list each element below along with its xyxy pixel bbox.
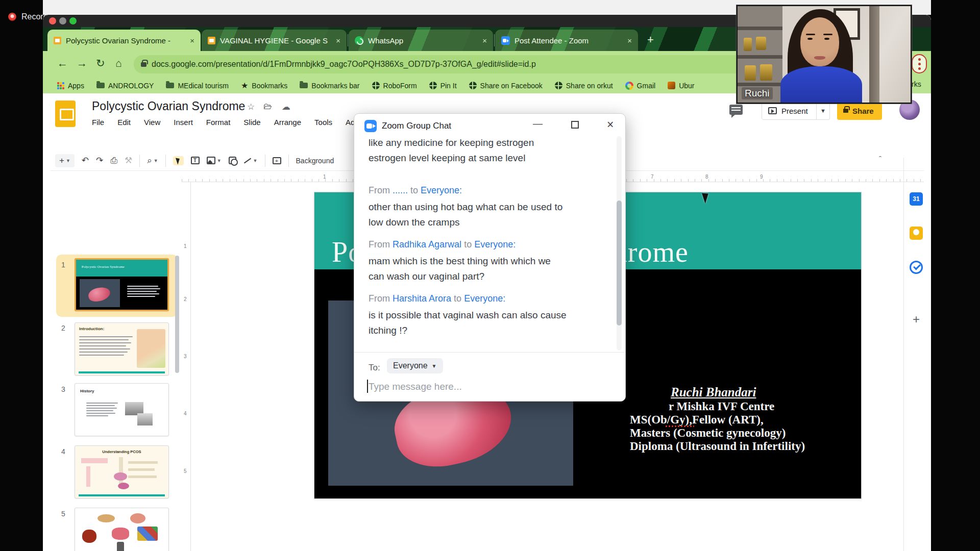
bookmark-roboform[interactable]: RoboForm: [372, 82, 417, 90]
redo-button[interactable]: ↷: [96, 155, 103, 166]
bookmark-bookmarks-bar[interactable]: Bookmarks bar: [300, 82, 359, 90]
tab-zoom[interactable]: Post Attendee - Zoom ×: [495, 30, 638, 51]
chat-minimize-button[interactable]: —: [533, 118, 543, 129]
new-slide-button[interactable]: + ▼: [55, 154, 75, 167]
bookmark-ubur[interactable]: Ubur: [668, 82, 694, 90]
toolbar-divider: [288, 155, 289, 167]
bookmark-medical-tourism[interactable]: MEdical tourism: [166, 82, 229, 90]
chat-message-input[interactable]: Type message here...: [369, 381, 462, 392]
bookmark-share-orkut[interactable]: Share on orkut: [555, 82, 613, 90]
calendar-icon[interactable]: 31: [910, 192, 923, 206]
bookmark-bookmarks[interactable]: ★ Bookmarks: [241, 82, 287, 90]
select-tool-button[interactable]: [173, 156, 184, 165]
comments-icon[interactable]: [729, 105, 743, 115]
back-icon[interactable]: ←: [57, 57, 68, 69]
chat-message: low down the cramps: [369, 215, 459, 230]
browser-menu-button[interactable]: [912, 54, 927, 73]
present-dropdown[interactable]: ▼: [817, 102, 830, 120]
menu-insert[interactable]: Insert: [174, 118, 193, 127]
tab-close-icon[interactable]: ×: [336, 36, 340, 45]
chat-close-button[interactable]: ×: [607, 118, 614, 132]
window-minimize-button[interactable]: [59, 17, 66, 24]
chat-maximize-button[interactable]: [571, 121, 579, 129]
move-folder-icon[interactable]: 🗁: [263, 102, 272, 112]
bookmark-label: RoboForm: [383, 82, 417, 90]
thumbnail-1[interactable]: Polycystic Ovarian Syndrome: [75, 258, 169, 311]
paint-format-button[interactable]: ⚒: [125, 155, 132, 166]
tab-close-icon[interactable]: ×: [482, 36, 487, 45]
chat-sender: Harshita Arora: [393, 293, 451, 304]
chat-recipient-dropdown[interactable]: Everyone ▼: [387, 358, 443, 373]
collapse-toolbar-icon[interactable]: ˆ: [879, 155, 881, 163]
image-tool-button[interactable]: ▼: [207, 157, 222, 164]
google-g-icon: [625, 82, 633, 90]
zoom-chat-window[interactable]: Zoom Group Chat — × like any medicine fo…: [354, 113, 626, 402]
background-button[interactable]: Background: [296, 157, 334, 165]
bookmark-apps[interactable]: Apps: [57, 82, 84, 90]
bookmark-label: MEdical tourism: [178, 82, 229, 90]
forward-icon[interactable]: →: [77, 57, 87, 69]
thumbnail-5[interactable]: [75, 508, 169, 551]
trophy: [744, 38, 752, 51]
bookmark-gmail[interactable]: Gmail: [625, 82, 656, 90]
line-tool-button[interactable]: ▼: [243, 158, 258, 163]
menu-view[interactable]: View: [144, 118, 160, 127]
whatsapp-icon: [355, 36, 363, 45]
print-button[interactable]: ⎙: [110, 156, 117, 166]
chat-window-title: Zoom Group Chat: [382, 121, 451, 131]
star-outline-icon[interactable]: ☆: [247, 102, 255, 112]
thumbnail-4[interactable]: Understanding PCOS: [75, 445, 169, 498]
person-face: [814, 56, 825, 60]
tab-vaginal-hygiene[interactable]: VAGINAL HYGIENE - Google S ×: [202, 30, 347, 51]
window-zoom-button[interactable]: [69, 17, 77, 24]
vertical-ruler: [182, 182, 191, 551]
thumbnail-scrollbar[interactable]: [175, 256, 179, 373]
document-title[interactable]: Polycystic Ovarian Syndrome: [92, 99, 245, 113]
tasks-icon[interactable]: [910, 261, 923, 274]
apps-grid-icon: [57, 82, 64, 89]
reload-icon[interactable]: ↻: [96, 57, 105, 69]
menu-slide[interactable]: Slide: [243, 118, 260, 127]
present-button[interactable]: Present: [762, 102, 817, 120]
new-tab-button[interactable]: +: [647, 33, 654, 46]
bookmark-andrology[interactable]: ANDROLOGY: [96, 82, 154, 90]
bookmark-fragment[interactable]: rks: [912, 80, 921, 88]
person-face: [807, 38, 813, 40]
present-label: Present: [781, 107, 808, 115]
chat-message: like any medicine for keeping estrogen: [369, 135, 534, 151]
bookmark-share-facebook[interactable]: Share on Facebook: [469, 82, 543, 90]
tab-close-icon[interactable]: ×: [190, 36, 194, 45]
webcam-video[interactable]: Ruchi: [737, 5, 912, 104]
menu-arrange[interactable]: Arrange: [274, 118, 301, 127]
tab-whatsapp[interactable]: WhatsApp ×: [349, 30, 493, 51]
home-icon[interactable]: ⌂: [115, 57, 122, 69]
thumbnail-title: Polycystic Ovarian Syndrome: [82, 265, 125, 269]
tab-presentation[interactable]: Polycystic Ovarian Syndrome - ×: [47, 30, 201, 51]
tab-close-icon[interactable]: ×: [627, 36, 632, 45]
chevron-down-icon: ▼: [432, 363, 437, 369]
zoom-tool-button[interactable]: ⌕ ▼: [147, 156, 158, 166]
share-button[interactable]: Share: [837, 102, 882, 120]
chat-message-list[interactable]: like any medicine for keeping estrogen e…: [354, 135, 626, 352]
bookmark-label: Share on Facebook: [480, 82, 543, 90]
chat-titlebar[interactable]: Zoom Group Chat: [364, 120, 451, 132]
ruler-number: 9: [760, 174, 763, 180]
credit-line: MS(Ob/Gy),Fellow (ART),: [630, 413, 764, 427]
add-addon-icon[interactable]: +: [910, 313, 923, 326]
chat-scrollbar-thumb[interactable]: [617, 201, 622, 325]
thumbnail-2[interactable]: Introduction:: [75, 322, 169, 375]
thumbnail-number: 3: [61, 385, 65, 393]
menu-format[interactable]: Format: [206, 118, 231, 127]
insert-comment-button[interactable]: +: [273, 157, 281, 164]
menu-file[interactable]: File: [92, 118, 104, 127]
undo-button[interactable]: ↶: [82, 155, 89, 166]
menu-tools[interactable]: Tools: [314, 118, 332, 127]
shape-tool-button[interactable]: [229, 157, 236, 164]
window-close-button[interactable]: [49, 17, 56, 24]
bookmark-pin-it[interactable]: Pin It: [429, 82, 457, 90]
recording-icon: [8, 13, 16, 21]
keep-icon[interactable]: [910, 227, 923, 240]
menu-edit[interactable]: Edit: [117, 118, 131, 127]
thumbnail-3[interactable]: History: [75, 383, 169, 436]
textbox-tool-button[interactable]: T: [191, 157, 200, 164]
